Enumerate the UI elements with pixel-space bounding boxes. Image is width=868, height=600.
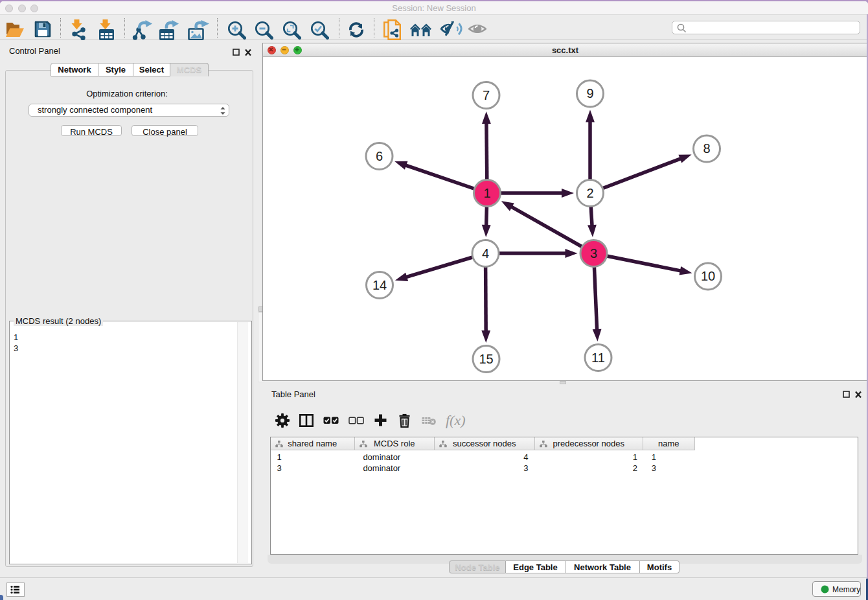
svg-text:6: 6: [376, 149, 383, 163]
svg-text:7: 7: [483, 88, 490, 102]
svg-text:9: 9: [586, 86, 593, 100]
svg-text:8: 8: [703, 141, 710, 156]
svg-text:2: 2: [586, 186, 593, 200]
svg-text:11: 11: [591, 351, 605, 365]
svg-text:14: 14: [372, 278, 387, 292]
svg-text:3: 3: [590, 246, 597, 260]
svg-text:1: 1: [483, 186, 490, 200]
svg-text:10: 10: [701, 269, 715, 283]
svg-text:15: 15: [479, 352, 493, 366]
svg-text:4: 4: [482, 246, 489, 260]
